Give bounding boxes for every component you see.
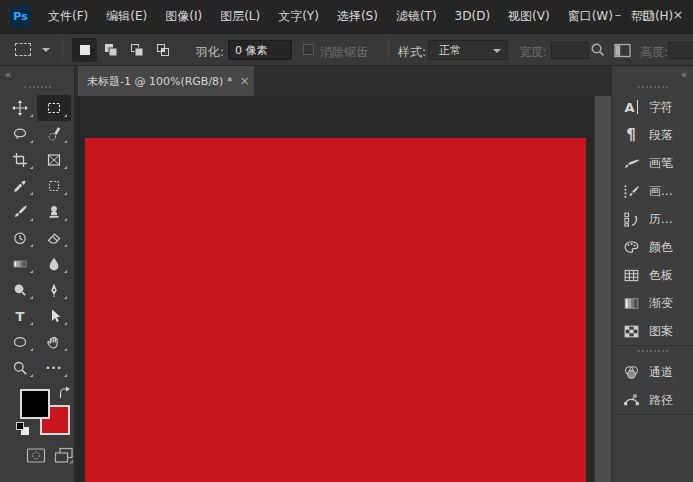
toolbar-collapse-icon[interactable]: « xyxy=(5,70,11,80)
marquee-preset-icon[interactable] xyxy=(15,43,31,56)
panel-item-label: 段落 xyxy=(649,127,673,144)
panel-item-color[interactable]: 颜色 xyxy=(612,233,693,261)
panel-item-label: 通道 xyxy=(649,364,673,381)
swap-colors-icon[interactable] xyxy=(58,386,72,399)
channels-panel-icon xyxy=(622,363,640,381)
tool-hand[interactable] xyxy=(37,329,71,355)
tool-frame[interactable] xyxy=(37,147,71,173)
right-panel-dock: « A 字符 ¶ 段落 画笔 xyxy=(611,66,693,482)
canvas-scroll-gutter[interactable] xyxy=(594,96,611,482)
tool-brush[interactable] xyxy=(3,199,37,225)
tool-spot-healing-brush[interactable] xyxy=(37,173,71,199)
quick-selection-icon xyxy=(46,126,62,142)
tool-zoom[interactable] xyxy=(3,355,37,381)
menu-filter[interactable]: 滤镜(T) xyxy=(387,0,446,33)
character-panel-icon: A xyxy=(622,98,640,116)
toolbar-drag-handle[interactable] xyxy=(24,86,51,88)
add-to-selection-button[interactable] xyxy=(98,38,123,62)
tab-close-icon[interactable]: × xyxy=(239,74,249,88)
panel-item-brush-settings[interactable]: 画... xyxy=(612,177,693,205)
subtract-from-selection-button[interactable] xyxy=(124,38,149,62)
search-icon[interactable] xyxy=(590,42,606,58)
crop-icon xyxy=(12,152,28,168)
panel-item-patterns[interactable]: 图案 xyxy=(612,317,693,345)
panel-toggle-icon[interactable] xyxy=(614,43,632,58)
panel-item-history[interactable]: 历... xyxy=(612,205,693,233)
maximize-button[interactable]: □ xyxy=(633,0,663,28)
tool-dodge[interactable] xyxy=(3,277,37,303)
panel-item-label: 画... xyxy=(649,183,672,200)
brush-icon xyxy=(12,204,28,220)
gradient-icon xyxy=(12,256,28,272)
menu-layer[interactable]: 图层(L) xyxy=(211,0,269,33)
panel-expand-icon[interactable]: « xyxy=(681,70,687,80)
menu-edit[interactable]: 编辑(E) xyxy=(97,0,156,33)
feather-input[interactable]: 0 像素 xyxy=(228,40,292,60)
style-select[interactable]: 正常 xyxy=(428,40,508,60)
blur-drop-icon xyxy=(46,256,62,272)
default-colors-icon[interactable] xyxy=(16,422,30,436)
tool-eraser[interactable] xyxy=(37,225,71,251)
panel-item-gradients[interactable]: 渐变 xyxy=(612,289,693,317)
menu-image[interactable]: 图像(I) xyxy=(156,0,211,33)
more-tools-icon: ••• xyxy=(45,364,62,373)
tool-clone-stamp[interactable] xyxy=(37,199,71,225)
foreground-color-swatch[interactable] xyxy=(20,389,50,419)
window-controls: – □ × xyxy=(603,0,693,33)
width-input[interactable] xyxy=(551,42,589,59)
tool-lasso[interactable] xyxy=(3,121,37,147)
menu-3d[interactable]: 3D(D) xyxy=(446,0,499,33)
tool-quick-selection[interactable] xyxy=(37,121,71,147)
height-input[interactable] xyxy=(668,42,693,59)
tool-ellipse[interactable] xyxy=(3,329,37,355)
pen-icon xyxy=(46,282,62,298)
antialias-label: 消除锯齿 xyxy=(320,44,368,61)
menu-select[interactable]: 选择(S) xyxy=(328,0,387,33)
canvas-document[interactable] xyxy=(85,138,586,482)
width-label: 宽度: xyxy=(519,44,547,61)
panel-group-1: A 字符 ¶ 段落 画笔 xyxy=(612,93,693,346)
new-selection-icon xyxy=(77,42,93,58)
options-bar: 羽化: 0 像素 消除锯齿 样式: 正常 宽度: 高度: xyxy=(0,33,693,66)
tool-path-selection[interactable] xyxy=(37,303,71,329)
panel-item-swatches[interactable]: 色板 xyxy=(612,261,693,289)
tool-history-brush[interactable] xyxy=(3,225,37,251)
panel-item-character[interactable]: A 字符 xyxy=(612,93,693,121)
tool-eyedropper[interactable] xyxy=(3,173,37,199)
tool-pen[interactable] xyxy=(37,277,71,303)
intersect-selection-icon xyxy=(155,42,171,58)
screen-mode-icon[interactable] xyxy=(54,447,74,464)
antialias-checkbox[interactable] xyxy=(303,44,314,55)
minimize-button[interactable]: – xyxy=(603,0,633,28)
panel-item-label: 历... xyxy=(649,211,672,228)
photoshop-window: Ps 文件(F) 编辑(E) 图像(I) 图层(L) 文字(Y) 选择(S) 滤… xyxy=(0,0,693,482)
lasso-icon xyxy=(12,126,28,142)
panel-item-brushes[interactable]: 画笔 xyxy=(612,149,693,177)
tool-rectangular-marquee[interactable] xyxy=(37,95,71,121)
intersect-selection-button[interactable] xyxy=(150,38,175,62)
color-panel-icon xyxy=(622,238,640,256)
tool-move[interactable] xyxy=(3,95,37,121)
new-selection-button[interactable] xyxy=(72,38,97,62)
canvas-area[interactable] xyxy=(75,96,594,482)
quick-mask-icon[interactable] xyxy=(26,447,46,464)
preset-dropdown-caret[interactable] xyxy=(42,48,50,52)
tool-edit-toolbar[interactable]: ••• xyxy=(37,355,71,381)
document-tab[interactable]: 未标题-1 @ 100%(RGB/8) * × xyxy=(78,66,254,96)
menu-type[interactable]: 文字(Y) xyxy=(269,0,328,33)
tool-gradient[interactable] xyxy=(3,251,37,277)
panel-item-channels[interactable]: 通道 xyxy=(612,358,693,386)
panel-item-paths[interactable]: 路径 xyxy=(612,386,693,414)
close-button[interactable]: × xyxy=(663,0,693,28)
menu-view[interactable]: 视图(V) xyxy=(499,0,559,33)
height-label: 高度: xyxy=(640,44,668,61)
spot-healing-icon xyxy=(46,178,62,194)
panel-group-drag-handle[interactable] xyxy=(638,350,668,352)
panel-item-label: 画笔 xyxy=(649,155,673,172)
tool-type[interactable]: T xyxy=(3,303,37,329)
tool-blur[interactable] xyxy=(37,251,71,277)
tool-crop[interactable] xyxy=(3,147,37,173)
panel-drag-handle[interactable] xyxy=(638,86,668,88)
menu-file[interactable]: 文件(F) xyxy=(39,0,97,33)
panel-item-paragraph[interactable]: ¶ 段落 xyxy=(612,121,693,149)
